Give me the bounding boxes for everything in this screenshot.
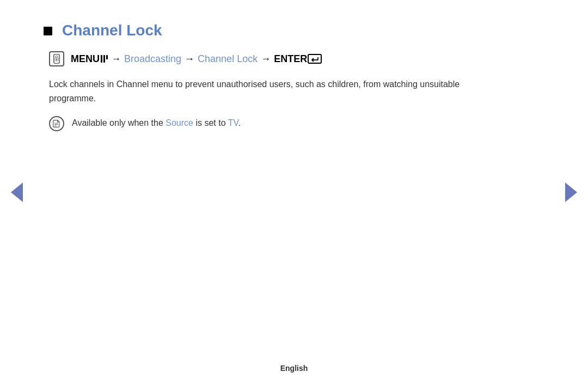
svg-point-2 bbox=[56, 59, 57, 60]
source-link: Source bbox=[166, 118, 193, 127]
remote-icon bbox=[49, 51, 64, 66]
channel-lock-link: Channel Lock bbox=[198, 53, 258, 65]
arrow-3: → bbox=[261, 53, 271, 65]
note-row: Available only when the Source is set to… bbox=[44, 116, 479, 131]
title-row: Channel Lock bbox=[44, 22, 479, 39]
svg-point-3 bbox=[54, 58, 56, 59]
svg-point-7 bbox=[58, 59, 59, 60]
svg-point-4 bbox=[58, 58, 59, 59]
menu-path-row: MENU → Broadcasting → Channel Lock → ENT… bbox=[44, 51, 479, 66]
svg-point-8 bbox=[54, 60, 56, 62]
note-suffix: . bbox=[238, 118, 241, 127]
arrow-1: → bbox=[111, 53, 121, 65]
note-text: Available only when the Source is set to… bbox=[72, 116, 241, 130]
nav-left-button[interactable] bbox=[11, 182, 23, 202]
note-middle: is set to bbox=[193, 118, 228, 127]
svg-point-9 bbox=[56, 60, 57, 62]
right-arrow-icon bbox=[565, 182, 577, 202]
page-title: Channel Lock bbox=[62, 22, 162, 39]
menu-bars-icon bbox=[101, 55, 108, 63]
tv-link: TV bbox=[228, 118, 238, 127]
enter-label: ENTER bbox=[274, 53, 307, 65]
arrow-2: → bbox=[185, 53, 194, 65]
broadcasting-link: Broadcasting bbox=[124, 53, 181, 65]
svg-point-10 bbox=[58, 60, 59, 62]
footer-language: English bbox=[280, 364, 308, 373]
svg-point-6 bbox=[54, 59, 56, 60]
description-text: Lock channels in Channel menu to prevent… bbox=[44, 77, 479, 105]
footer: English bbox=[0, 363, 588, 373]
black-square-icon bbox=[44, 27, 52, 35]
note-prefix: Available only when the bbox=[72, 118, 166, 127]
svg-rect-1 bbox=[56, 56, 58, 58]
menu-label: MENU bbox=[71, 53, 100, 65]
nav-right-button[interactable] bbox=[565, 182, 577, 202]
enter-icon bbox=[308, 54, 322, 64]
left-arrow-icon bbox=[11, 182, 23, 202]
note-icon bbox=[49, 116, 64, 131]
svg-point-5 bbox=[56, 58, 57, 59]
